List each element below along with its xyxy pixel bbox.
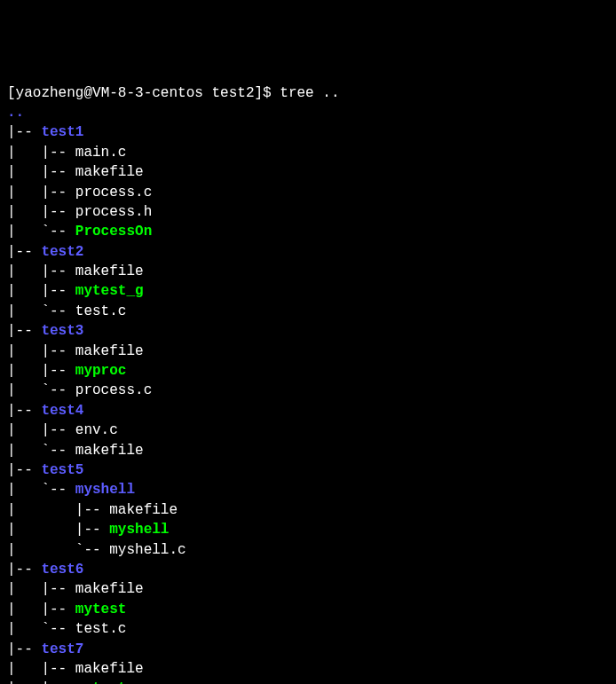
tree-prefix: | `-- [7,621,75,637]
tree-line: | |-- makefile [7,500,609,520]
tree-line: | `-- myshell.c [7,540,609,560]
tree-output: |-- test1| |-- main.c| |-- makefile| |--… [7,122,609,684]
directory-name: myshell [75,482,135,498]
tree-prefix: | |-- [7,680,75,684]
tree-line: | |-- mytest_g [7,281,609,301]
tree-prefix: |-- [7,323,41,339]
tree-line: | |-- makefile [7,579,609,599]
tree-prefix: | |-- [7,601,75,617]
tree-line: | |-- process.c [7,183,609,202]
tree-line: |-- test7 [7,640,609,659]
tree-line: | |-- myshell [7,520,609,539]
tree-root: .. [7,103,609,122]
file-name: myshell.c [109,542,186,558]
tree-line: |-- test6 [7,560,609,579]
tree-line: | `-- process.c [7,381,609,400]
tree-prefix: | |-- [7,145,75,161]
tree-line: | `-- test.c [7,302,609,321]
tree-line: | `-- myshell [7,480,609,499]
file-name: env.c [75,422,118,438]
tree-prefix: | `-- [7,382,75,398]
tree-line: | |-- mytest [7,600,609,619]
tree-line: | |-- myproc [7,361,609,381]
tree-prefix: |-- [7,244,41,260]
tree-prefix: |-- [7,124,41,140]
tree-line: | `-- makefile [7,441,609,460]
file-name: makefile [75,661,144,677]
tree-prefix: | |-- [7,363,75,379]
file-name: main.c [75,145,127,161]
tree-line: | |-- process.h [7,202,609,222]
prompt-user: yaozheng [16,85,84,101]
tree-prefix: |-- [7,403,41,419]
directory-name: test3 [41,323,83,339]
executable-name: myshell [109,522,169,538]
command-text: tree .. [280,85,339,101]
directory-name: test6 [41,562,83,578]
tree-prefix: | |-- [7,422,75,438]
tree-prefix: | |-- [7,204,75,220]
file-name: test.c [75,303,127,319]
file-name: makefile [75,443,144,459]
tree-prefix: | |-- [7,581,75,597]
root-dir: .. [7,105,24,121]
directory-name: test2 [41,244,83,260]
file-name: process.h [75,204,152,220]
directory-name: test1 [41,124,83,140]
tree-prefix: | |-- [7,343,75,359]
file-name: makefile [75,263,144,279]
tree-prefix: | `-- [7,542,109,558]
tree-line: | |-- makefile [7,659,609,679]
tree-prefix: | |-- [7,263,75,279]
executable-name: mytest [75,601,127,617]
directory-name: test5 [41,462,83,478]
tree-line: |-- test2 [7,242,609,262]
executable-name: mytest [75,680,127,684]
tree-prefix: | |-- [7,522,109,538]
prompt-host: VM-8-3-centos [92,85,203,101]
tree-prefix: | `-- [7,303,75,319]
file-name: test.c [75,621,127,637]
file-name: process.c [75,185,152,200]
tree-prefix: |-- [7,462,41,478]
file-name: makefile [75,581,144,597]
tree-line: | |-- main.c [7,143,609,162]
tree-line: |-- test5 [7,460,609,480]
executable-name: ProcessOn [75,224,152,240]
tree-line: | |-- makefile [7,162,609,182]
tree-line: | |-- makefile [7,342,609,361]
tree-prefix: |-- [7,641,41,657]
directory-name: test7 [41,641,83,657]
tree-prefix: | |-- [7,164,75,180]
tree-line: | `-- test.c [7,619,609,639]
tree-prefix: | |-- [7,283,75,299]
tree-prefix: |-- [7,562,41,578]
tree-line: | |-- env.c [7,421,609,440]
tree-line: | |-- mytest [7,679,609,684]
tree-line: | |-- makefile [7,262,609,281]
tree-prefix: | `-- [7,224,75,240]
file-name: makefile [109,502,178,518]
tree-line: |-- test4 [7,401,609,421]
tree-prefix: | |-- [7,502,109,518]
prompt-dollar: $ [263,85,272,101]
tree-prefix: | `-- [7,443,75,459]
tree-line: |-- test1 [7,122,609,142]
file-name: makefile [75,164,144,180]
executable-name: myproc [75,363,127,379]
file-name: makefile [75,343,144,359]
tree-prefix: | |-- [7,661,75,677]
tree-line: |-- test3 [7,321,609,341]
tree-line: | `-- ProcessOn [7,222,609,241]
tree-prefix: | `-- [7,482,75,498]
executable-name: mytest_g [75,283,144,299]
prompt-line[interactable]: [yaozheng@VM-8-3-centos test2]$ tree .. [7,83,609,103]
directory-name: test4 [41,403,83,419]
tree-prefix: | |-- [7,185,75,200]
file-name: process.c [75,382,152,398]
prompt-cwd: test2 [211,85,254,101]
